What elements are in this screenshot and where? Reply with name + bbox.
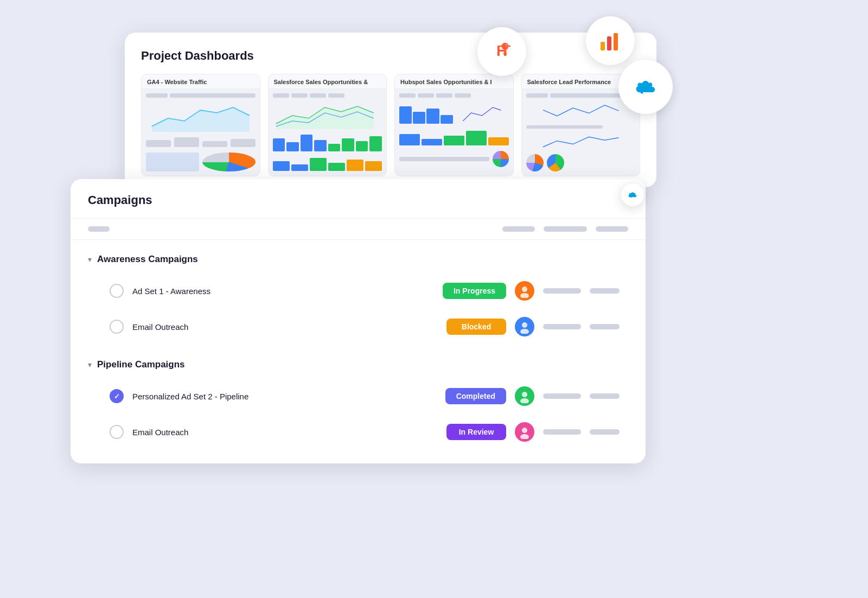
dashboard-preview-ga4 [142, 89, 260, 176]
dashboard-item-hubspot-sales[interactable]: Hubspot Sales Opportunities & I [394, 74, 514, 176]
checkmark-icon: ✓ [114, 392, 120, 400]
row-pill-7 [543, 429, 581, 435]
row-pill-8 [590, 429, 620, 435]
salesforce-icon-float [618, 60, 673, 114]
campaigns-header: Campaigns [71, 179, 646, 219]
svg-point-20 [522, 428, 527, 433]
svg-point-16 [522, 322, 527, 328]
salesforce-mini-icon [621, 183, 644, 206]
campaign-name-email-outreach-1: Email Outreach [132, 322, 281, 332]
toolbar-pill-3 [544, 226, 587, 232]
toolbar-pill-4 [596, 226, 628, 232]
svg-rect-11 [614, 33, 618, 50]
svg-marker-13 [276, 106, 373, 129]
group-pipeline: ▾ Pipeline Campaigns [71, 349, 646, 378]
dashboards-grid: GA4 - Website Traffic [141, 74, 640, 176]
status-badge-personalized-ad[interactable]: Completed [445, 388, 506, 404]
svg-point-17 [520, 329, 529, 334]
toolbar-pill-2 [502, 226, 535, 232]
campaigns-title: Campaigns [88, 193, 628, 207]
svg-point-14 [522, 287, 527, 292]
avatar-email-outreach-1 [515, 317, 534, 336]
svg-rect-9 [601, 42, 605, 50]
dashboards-title: Project Dashboards [141, 49, 640, 63]
row-pill-2 [590, 288, 620, 294]
status-badge-email-outreach-1[interactable]: Blocked [446, 319, 506, 335]
group-pipeline-title: Pipeline Campaigns [97, 359, 185, 370]
chevron-down-icon: ▾ [88, 255, 92, 264]
bar-chart-icon-float [586, 16, 635, 65]
row-pill-1 [543, 288, 581, 294]
checkbox-email-outreach-2[interactable] [110, 425, 124, 439]
group-awareness: ▾ Awareness Campaigns [71, 244, 646, 272]
checkbox-email-outreach-1[interactable] [110, 320, 124, 334]
dashboard-item-title-hubspot-sales: Hubspot Sales Opportunities & I [395, 74, 513, 89]
campaigns-toolbar [71, 219, 646, 240]
avatar-ad-set-1 [515, 281, 534, 301]
campaign-row-ad-set-1: Ad Set 1 - Awareness In Progress [79, 273, 637, 308]
checkbox-ad-set-1[interactable] [110, 284, 124, 298]
svg-point-15 [520, 293, 529, 298]
row-pill-4 [590, 324, 620, 329]
group-awareness-title: Awareness Campaigns [97, 254, 198, 265]
svg-point-6 [503, 52, 507, 55]
dashboard-preview-sf-lead [522, 89, 640, 176]
status-badge-email-outreach-2[interactable]: In Review [446, 424, 506, 440]
hubspot-icon-float: H [477, 27, 526, 76]
row-pill-6 [590, 393, 620, 399]
campaign-row-email-outreach-2: Email Outreach In Review [79, 415, 637, 449]
chevron-down-icon-pipeline: ▾ [88, 360, 92, 369]
dashboard-preview-hubspot-sales [395, 89, 513, 176]
svg-rect-10 [607, 36, 611, 50]
campaign-row-email-outreach-1: Email Outreach Blocked [79, 309, 637, 344]
svg-marker-12 [152, 107, 250, 132]
row-pill-5 [543, 393, 581, 399]
dashboard-item-ga4[interactable]: GA4 - Website Traffic [141, 74, 260, 176]
campaigns-body: ▾ Awareness Campaigns Ad Set 1 - Awarene… [71, 240, 646, 463]
avatar-email-outreach-2 [515, 422, 534, 442]
dashboard-item-title-sf-sales: Salesforce Sales Opportunities & [269, 74, 387, 89]
campaign-name-personalized-ad: Personalized Ad Set 2 - Pipeline [132, 392, 280, 401]
dashboards-card: Project Dashboards GA4 - Website Traffic [125, 33, 656, 187]
svg-point-19 [520, 398, 529, 403]
dashboard-preview-sf-sales [269, 89, 387, 176]
dashboard-item-sf-sales[interactable]: Salesforce Sales Opportunities & [268, 74, 387, 176]
svg-point-18 [522, 392, 527, 397]
row-pill-3 [543, 324, 581, 329]
status-badge-ad-set-1[interactable]: In Progress [443, 283, 506, 299]
campaigns-card: Campaigns ▾ Awareness Campaigns Ad Set 1… [71, 179, 646, 463]
campaign-name-ad-set-1: Ad Set 1 - Awareness [132, 287, 279, 296]
campaign-row-personalized-ad: ✓ Personalized Ad Set 2 - Pipeline Compl… [79, 379, 637, 413]
svg-point-21 [520, 434, 529, 439]
avatar-personalized-ad [515, 386, 534, 406]
campaign-name-email-outreach-2: Email Outreach [132, 428, 281, 437]
toolbar-pill-1 [88, 226, 110, 232]
checkbox-personalized-ad[interactable]: ✓ [110, 389, 124, 403]
dashboard-item-title-ga4: GA4 - Website Traffic [142, 74, 260, 89]
